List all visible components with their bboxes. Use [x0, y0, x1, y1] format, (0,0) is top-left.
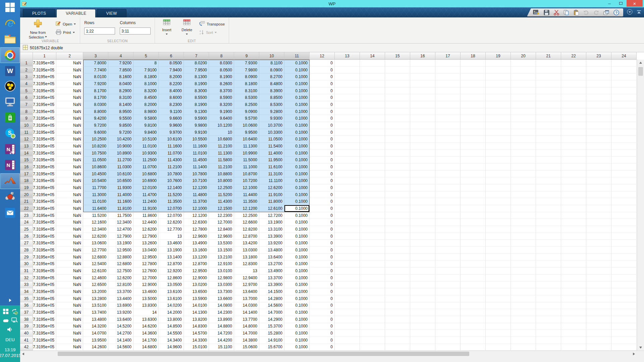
- table-cell[interactable]: NaN: [56, 94, 83, 101]
- table-cell[interactable]: 11.0100: [184, 150, 209, 157]
- table-cell[interactable]: [486, 80, 511, 87]
- table-cell[interactable]: 0.1000: [284, 302, 310, 309]
- table-cell[interactable]: [461, 115, 486, 122]
- table-cell[interactable]: 7.8000: [83, 60, 108, 67]
- tab-view[interactable]: VIEW: [97, 9, 126, 17]
- table-cell[interactable]: 7.3195e+05: [33, 94, 56, 101]
- table-cell[interactable]: [360, 267, 385, 275]
- table-cell[interactable]: [536, 212, 561, 219]
- table-cell[interactable]: 8.3100: [108, 94, 133, 101]
- table-cell[interactable]: 7.3195e+05: [33, 247, 56, 254]
- table-cell[interactable]: [410, 67, 435, 74]
- table-cell[interactable]: [385, 136, 410, 143]
- table-cell[interactable]: 9.9700: [159, 129, 184, 136]
- table-cell[interactable]: [461, 177, 486, 184]
- table-cell[interactable]: [410, 87, 435, 95]
- column-header[interactable]: 7: [184, 52, 209, 60]
- table-cell[interactable]: [511, 267, 536, 275]
- table-cell[interactable]: [385, 80, 410, 87]
- table-cell[interactable]: 0: [310, 184, 335, 191]
- row-header[interactable]: 11: [20, 129, 33, 136]
- table-cell[interactable]: 0: [310, 219, 335, 226]
- table-cell[interactable]: [360, 177, 385, 184]
- table-cell[interactable]: [536, 198, 561, 205]
- table-cell[interactable]: [385, 344, 410, 351]
- table-cell[interactable]: [511, 129, 536, 136]
- print-button[interactable]: Print: [56, 29, 76, 36]
- table-cell[interactable]: 7.3195e+05: [33, 302, 56, 309]
- table-cell[interactable]: 14.0300: [234, 302, 259, 309]
- table-cell[interactable]: [410, 136, 435, 143]
- table-cell[interactable]: [335, 254, 360, 261]
- table-cell[interactable]: 12.7600: [133, 267, 159, 275]
- table-cell[interactable]: [611, 337, 637, 344]
- table-cell[interactable]: 0: [310, 309, 335, 316]
- column-header[interactable]: 14: [360, 52, 385, 60]
- table-cell[interactable]: [435, 233, 461, 240]
- table-cell[interactable]: [410, 73, 435, 80]
- table-cell[interactable]: [536, 73, 561, 80]
- table-cell[interactable]: 14.2900: [259, 316, 284, 323]
- table-cell[interactable]: [360, 275, 385, 282]
- table-cell[interactable]: [536, 219, 561, 226]
- table-cell[interactable]: [335, 226, 360, 233]
- table-cell[interactable]: [561, 177, 586, 184]
- table-cell[interactable]: 0: [310, 233, 335, 240]
- table-cell[interactable]: [435, 267, 461, 275]
- table-cell[interactable]: 0: [310, 136, 335, 143]
- table-cell[interactable]: [611, 73, 637, 80]
- row-header[interactable]: 38: [20, 316, 33, 323]
- table-cell[interactable]: [561, 122, 586, 129]
- table-cell[interactable]: 7.3195e+05: [33, 309, 56, 316]
- table-cell[interactable]: 8.1700: [83, 87, 108, 95]
- image-export-icon[interactable]: [533, 10, 539, 15]
- table-cell[interactable]: 0: [310, 337, 335, 344]
- table-cell[interactable]: NaN: [56, 344, 83, 351]
- table-cell[interactable]: 8.4000: [159, 87, 184, 95]
- table-cell[interactable]: 14.3600: [133, 330, 159, 337]
- table-cell[interactable]: [385, 226, 410, 233]
- table-cell[interactable]: 11.4800: [184, 191, 209, 198]
- table-cell[interactable]: [435, 316, 461, 323]
- table-cell[interactable]: NaN: [56, 73, 83, 80]
- table-cell[interactable]: 11.6100: [259, 164, 284, 171]
- rows-input[interactable]: [84, 27, 115, 35]
- table-cell[interactable]: 11.4000: [108, 191, 133, 198]
- table-cell[interactable]: 8.1300: [184, 73, 209, 80]
- table-cell[interactable]: [461, 302, 486, 309]
- table-cell[interactable]: [410, 344, 435, 351]
- taskbar-matlab[interactable]: [0, 173, 20, 189]
- table-cell[interactable]: 8.1700: [83, 94, 108, 101]
- table-cell[interactable]: 13.7000: [234, 295, 259, 302]
- table-cell[interactable]: 8.1100: [259, 60, 284, 67]
- taskbar-computer[interactable]: [0, 95, 20, 110]
- table-cell[interactable]: [511, 233, 536, 240]
- table-cell[interactable]: [410, 115, 435, 122]
- table-cell[interactable]: [586, 302, 611, 309]
- clock[interactable]: 13:1927.07.2015: [0, 347, 21, 359]
- table-cell[interactable]: 7.3195e+05: [33, 226, 56, 233]
- table-cell[interactable]: [461, 316, 486, 323]
- table-cell[interactable]: [611, 226, 637, 233]
- table-cell[interactable]: 8.1000: [133, 80, 159, 87]
- table-cell[interactable]: 11.1400: [184, 164, 209, 171]
- table-cell[interactable]: 14.2800: [259, 295, 284, 302]
- table-cell[interactable]: 0: [310, 212, 335, 219]
- table-cell[interactable]: [561, 330, 586, 337]
- table-cell[interactable]: NaN: [56, 260, 83, 267]
- table-cell[interactable]: 8.2200: [159, 80, 184, 87]
- table-cell[interactable]: [486, 330, 511, 337]
- cut-icon[interactable]: [554, 10, 559, 15]
- table-cell[interactable]: [335, 260, 360, 267]
- table-cell[interactable]: 13.3900: [259, 233, 284, 240]
- table-cell[interactable]: 12.9000: [184, 275, 209, 282]
- table-cell[interactable]: [586, 60, 611, 67]
- table-cell[interactable]: NaN: [56, 212, 83, 219]
- table-cell[interactable]: [511, 67, 536, 74]
- table-cell[interactable]: [611, 282, 637, 289]
- table-cell[interactable]: [410, 330, 435, 337]
- delete-button[interactable]: Delete: [179, 19, 195, 37]
- table-cell[interactable]: [385, 288, 410, 295]
- table-cell[interactable]: [461, 344, 486, 351]
- table-cell[interactable]: 12.9500: [133, 254, 159, 261]
